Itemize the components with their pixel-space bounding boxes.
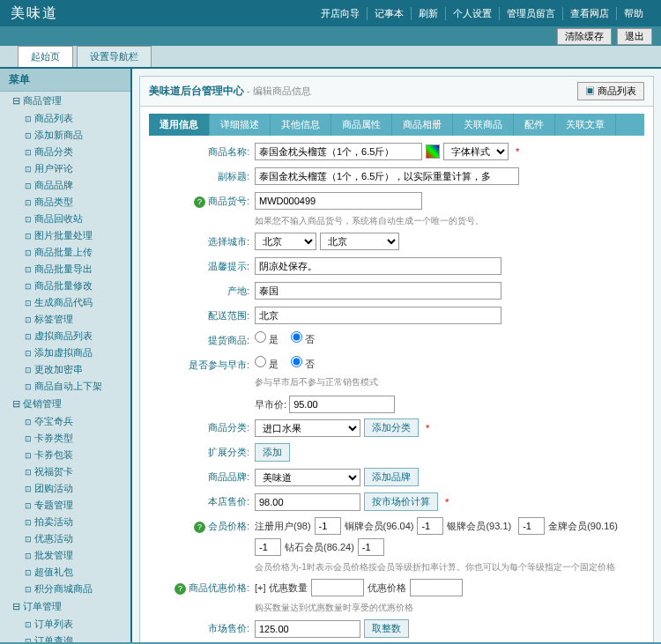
sidebar-item[interactable]: 团购活动 bbox=[0, 480, 130, 497]
required-star: * bbox=[516, 146, 519, 157]
input-price[interactable] bbox=[255, 493, 360, 511]
input-cu[interactable] bbox=[417, 517, 443, 535]
sidebar-item[interactable]: 更改加密串 bbox=[0, 361, 130, 378]
sidebar-title: 菜单 bbox=[0, 69, 130, 92]
select-category[interactable]: 进口水果 bbox=[255, 419, 360, 437]
top-links: 开店向导 记事本 刷新 个人设置 管理员留言 查看网店 帮助 bbox=[314, 7, 650, 20]
link-refresh[interactable]: 刷新 bbox=[412, 7, 446, 20]
sidebar-item[interactable]: 积分商城商品 bbox=[0, 581, 130, 597]
select-city2[interactable]: 北京 bbox=[320, 233, 399, 250]
radio-pickup-no[interactable]: 否 bbox=[291, 331, 315, 346]
link-notepad[interactable]: 记事本 bbox=[368, 7, 412, 20]
link-settings[interactable]: 个人设置 bbox=[446, 7, 500, 20]
tab-nav[interactable]: 设置导航栏 bbox=[77, 46, 152, 67]
label-promo-price: ?商品优惠价格: bbox=[149, 579, 255, 595]
sidebar-item[interactable]: 夺宝奇兵 bbox=[0, 413, 130, 430]
subtab-detail[interactable]: 详细描述 bbox=[210, 114, 271, 136]
calc-market-button[interactable]: 按市场价计算 bbox=[364, 492, 438, 511]
input-reg[interactable] bbox=[315, 517, 341, 535]
select-font-style[interactable]: 字体样式 bbox=[443, 143, 509, 160]
sidebar-item[interactable]: 图片批量处理 bbox=[0, 227, 130, 244]
exit-button[interactable]: 退出 bbox=[617, 28, 652, 45]
input-morning-price[interactable] bbox=[289, 396, 395, 413]
help-icon[interactable]: ? bbox=[194, 196, 205, 208]
sidebar-item[interactable]: 专题管理 bbox=[0, 497, 130, 514]
sidebar-item[interactable]: 超值礼包 bbox=[0, 564, 130, 581]
hint-sku: 如果您不输入商品货号，系统将自动生成一个唯一的货号。 bbox=[255, 215, 644, 227]
sidebar-item[interactable]: 订单列表 bbox=[0, 616, 130, 633]
subtab-attr[interactable]: 商品属性 bbox=[331, 114, 392, 136]
required-star: * bbox=[426, 423, 429, 433]
sidebar-item[interactable]: 生成商品代码 bbox=[0, 294, 130, 311]
input-au[interactable] bbox=[255, 538, 281, 556]
add-category-button[interactable]: 添加分类 bbox=[364, 418, 419, 437]
sidebar-item[interactable]: 优惠活动 bbox=[0, 530, 130, 547]
label-name: 商品名称: bbox=[149, 143, 255, 159]
menu-group-goods[interactable]: 商品管理 bbox=[0, 92, 130, 110]
sidebar-item[interactable]: 祝福贺卡 bbox=[0, 463, 130, 480]
add-ext-button[interactable]: 添加 bbox=[255, 443, 290, 462]
input-subtitle[interactable] bbox=[255, 167, 519, 185]
input-tip[interactable]: 阴凉处保存。 bbox=[255, 257, 501, 275]
sidebar-item[interactable]: 标签管理 bbox=[0, 311, 130, 328]
sidebar-item[interactable]: 批发管理 bbox=[0, 547, 130, 564]
subtab-album[interactable]: 商品相册 bbox=[392, 114, 453, 136]
panel-title-wrap: 美味道后台管理中心 - 编辑商品信息 bbox=[149, 84, 311, 99]
help-icon[interactable]: ? bbox=[175, 583, 186, 595]
sidebar-item[interactable]: 卡券包装 bbox=[0, 447, 130, 463]
input-promo-price[interactable] bbox=[410, 579, 463, 596]
input-di[interactable] bbox=[358, 538, 384, 556]
input-promo-qty[interactable] bbox=[311, 579, 364, 596]
sidebar-item[interactable]: 商品回收站 bbox=[0, 211, 130, 227]
sidebar-item[interactable]: 虚拟商品列表 bbox=[0, 328, 130, 344]
promo-qty-label: [+] 优惠数量 bbox=[255, 581, 308, 595]
sidebar-item[interactable]: 商品类型 bbox=[0, 194, 130, 211]
input-range[interactable] bbox=[255, 307, 501, 324]
sidebar-item[interactable]: 商品批量修改 bbox=[0, 278, 130, 294]
tab-start[interactable]: 起始页 bbox=[18, 46, 73, 67]
subtab-other[interactable]: 其他信息 bbox=[271, 114, 331, 136]
select-brand[interactable]: 美味道 bbox=[255, 469, 360, 486]
radio-morning-yes[interactable]: 是 bbox=[255, 356, 279, 371]
sidebar-item[interactable]: 商品批量导出 bbox=[0, 261, 130, 278]
input-sku[interactable] bbox=[255, 192, 422, 210]
sidebar-item[interactable]: 订单查询 bbox=[0, 633, 130, 642]
subtab-related[interactable]: 关联商品 bbox=[453, 114, 514, 136]
subtab-article[interactable]: 关联文章 bbox=[555, 114, 616, 136]
radio-morning-no[interactable]: 否 bbox=[291, 356, 315, 371]
label-au: 金牌会员(90.16) bbox=[548, 520, 618, 533]
sidebar-item[interactable]: 商品自动上下架 bbox=[0, 378, 130, 395]
sidebar-item[interactable]: 拍卖活动 bbox=[0, 514, 130, 530]
sidebar-item[interactable]: 添加虚拟商品 bbox=[0, 344, 130, 361]
menu-group-order[interactable]: 订单管理 bbox=[0, 597, 130, 616]
goods-list-button[interactable]: ▣ 商品列表 bbox=[577, 82, 644, 100]
sidebar-item[interactable]: 添加新商品 bbox=[0, 127, 130, 144]
subtab-parts[interactable]: 配件 bbox=[514, 114, 555, 136]
add-brand-button[interactable]: 添加品牌 bbox=[364, 468, 419, 486]
clear-cache-button[interactable]: 清除缓存 bbox=[557, 28, 612, 45]
link-view-shop[interactable]: 查看网店 bbox=[563, 7, 617, 20]
input-market[interactable] bbox=[255, 620, 360, 638]
round-button[interactable]: 取整数 bbox=[364, 619, 409, 638]
sidebar-item[interactable]: 商品品牌 bbox=[0, 177, 130, 194]
sidebar: 菜单 商品管理 商品列表添加新商品商品分类用户评论商品品牌商品类型商品回收站图片… bbox=[0, 69, 132, 642]
sidebar-item[interactable]: 商品分类 bbox=[0, 144, 130, 160]
sidebar-item[interactable]: 商品列表 bbox=[0, 110, 130, 127]
link-wizard[interactable]: 开店向导 bbox=[314, 7, 368, 20]
sidebar-item[interactable]: 卡券类型 bbox=[0, 430, 130, 447]
label-sku: ?商品货号: bbox=[149, 192, 255, 208]
select-city1[interactable]: 北京 bbox=[255, 233, 316, 250]
link-admin-msg[interactable]: 管理员留言 bbox=[500, 7, 563, 20]
menu-group-promo[interactable]: 促销管理 bbox=[0, 395, 130, 413]
color-swatch[interactable] bbox=[426, 144, 440, 159]
radio-pickup-yes[interactable]: 是 bbox=[255, 331, 279, 346]
sidebar-item[interactable]: 用户评论 bbox=[0, 160, 130, 177]
input-ag[interactable] bbox=[518, 517, 545, 535]
input-origin[interactable] bbox=[255, 282, 501, 300]
link-help[interactable]: 帮助 bbox=[617, 7, 650, 20]
help-icon[interactable]: ? bbox=[194, 522, 205, 533]
input-name[interactable] bbox=[255, 143, 422, 160]
subtab-general[interactable]: 通用信息 bbox=[149, 114, 210, 136]
label-di: 钻石会员(86.24) bbox=[285, 541, 354, 554]
sidebar-item[interactable]: 商品批量上传 bbox=[0, 244, 130, 261]
